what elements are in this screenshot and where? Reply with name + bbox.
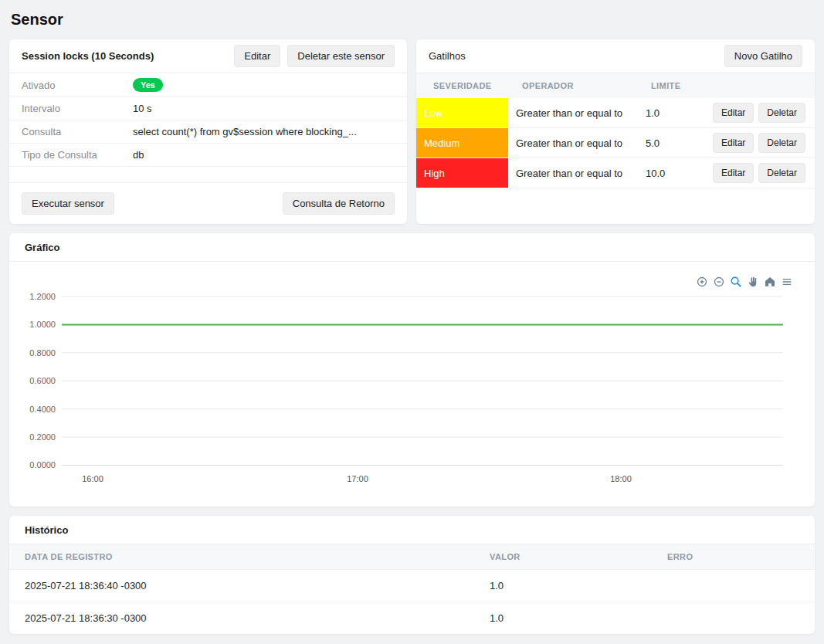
chart-card-title: Gráfico <box>25 242 60 253</box>
chart-x-axis-labels: 16:00 17:00 18:00 <box>82 474 632 483</box>
chart-gridlines <box>62 297 783 437</box>
column-header-severidade: SEVERIDADE <box>416 73 508 98</box>
sensor-field-consulta: Consulta select count(*) from gv$session… <box>9 120 407 144</box>
svg-text:17:00: 17:00 <box>347 474 368 483</box>
column-header-limite: LIMITE <box>646 73 805 98</box>
operator-cell: Greater than or equal to <box>508 137 646 149</box>
sensor-field-tipo-de-consulta: Tipo de Consulta db <box>9 144 407 167</box>
history-row: 2025-07-21 18:36:30 -0300 1.0 <box>9 602 815 634</box>
top-row: Session locks (10 Seconds) Editar Deleta… <box>9 39 815 224</box>
sensor-field-ativado: Ativado Yes <box>9 73 407 97</box>
severity-cell: High <box>416 158 508 188</box>
trigger-row-medium: Medium Greater than or equal to 5.0 Edit… <box>416 128 815 158</box>
edit-sensor-button[interactable]: Editar <box>234 45 280 67</box>
triggers-card-title: Gatilhos <box>429 50 466 62</box>
limit-cell: 1.0 <box>646 107 713 119</box>
sensor-header-buttons: Editar Deletar este sensor <box>234 45 395 67</box>
chart-body: 1.2000 1.0000 0.8000 0.6000 0.4000 0.200… <box>9 262 815 507</box>
history-card-title: Histórico <box>25 524 68 536</box>
svg-text:1.0000: 1.0000 <box>29 320 56 329</box>
triggers-card-header: Gatilhos Novo Gatilho <box>416 39 815 73</box>
column-header-erro: ERRO <box>667 544 799 569</box>
chart-toolbar <box>696 276 793 288</box>
line-chart[interactable]: 1.2000 1.0000 0.8000 0.6000 0.4000 0.200… <box>9 268 812 493</box>
field-value: db <box>133 149 144 161</box>
chart-zoom-out-icon[interactable] <box>713 276 725 288</box>
sensor-card: Session locks (10 Seconds) Editar Deleta… <box>9 39 407 224</box>
field-label: Ativado <box>22 80 133 91</box>
svg-text:0.2000: 0.2000 <box>29 432 56 442</box>
history-card: Histórico DATA DE REGISTRO VALOR ERRO 20… <box>9 516 815 634</box>
chart-menu-icon[interactable] <box>781 276 793 288</box>
chart-y-axis-labels: 1.2000 1.0000 0.8000 0.6000 0.4000 0.200… <box>29 292 56 469</box>
trigger-edit-button[interactable]: Editar <box>713 103 754 123</box>
new-trigger-button[interactable]: Novo Gatilho <box>724 45 802 67</box>
field-value: select count(*) from gv$session where bl… <box>133 126 357 137</box>
svg-text:16:00: 16:00 <box>82 474 103 483</box>
page-title: Sensor <box>11 11 815 29</box>
sensor-card-header: Session locks (10 Seconds) Editar Deleta… <box>9 39 407 73</box>
svg-text:1.2000: 1.2000 <box>29 292 56 301</box>
history-table-header: DATA DE REGISTRO VALOR ERRO <box>9 544 815 569</box>
severity-cell: Medium <box>416 128 508 158</box>
trigger-delete-button[interactable]: Deletar <box>758 133 805 153</box>
field-label: Intervalo <box>22 103 133 114</box>
history-value-cell: 1.0 <box>490 612 667 624</box>
history-row: 2025-07-21 18:36:40 -0300 1.0 <box>9 569 815 602</box>
trigger-delete-button[interactable]: Deletar <box>758 103 805 123</box>
field-label: Consulta <box>22 126 133 137</box>
trigger-edit-button[interactable]: Editar <box>713 133 754 153</box>
trigger-actions: Editar Deletar <box>713 133 815 153</box>
field-label: Tipo de Consulta <box>22 149 133 161</box>
column-header-valor: VALOR <box>490 544 667 569</box>
history-card-header: Histórico <box>9 516 815 544</box>
history-date-cell: 2025-07-21 18:36:40 -0300 <box>25 580 490 591</box>
triggers-card: Gatilhos Novo Gatilho SEVERIDADE OPERADO… <box>416 39 815 224</box>
limit-cell: 5.0 <box>646 137 713 149</box>
trigger-row-low: Low Greater than or equal to 1.0 Editar … <box>416 98 815 128</box>
chart-card: Gráfico <box>9 233 815 507</box>
svg-text:0.0000: 0.0000 <box>29 460 56 469</box>
svg-text:0.6000: 0.6000 <box>29 376 56 385</box>
sensor-card-title: Session locks (10 Seconds) <box>22 50 154 62</box>
trigger-actions: Editar Deletar <box>713 163 815 183</box>
trigger-row-high: High Greater than or equal to 10.0 Edita… <box>416 158 815 188</box>
trigger-delete-button[interactable]: Deletar <box>758 163 805 183</box>
chart-home-icon[interactable] <box>764 276 776 288</box>
chart-selection-zoom-icon[interactable] <box>730 276 742 288</box>
history-date-cell: 2025-07-21 18:36:30 -0300 <box>25 612 490 624</box>
column-header-actions <box>805 78 815 93</box>
empty-field-row <box>9 167 407 183</box>
column-header-data-de-registro: DATA DE REGISTRO <box>25 544 490 569</box>
sensor-card-footer: Executar sensor Consulta de Retorno <box>9 183 407 224</box>
chart-zoom-in-icon[interactable] <box>696 276 708 288</box>
triggers-table-header: SEVERIDADE OPERADOR LIMITE <box>416 73 815 98</box>
chart-pan-icon[interactable] <box>747 276 759 288</box>
limit-cell: 10.0 <box>646 168 713 179</box>
chart-card-header: Gráfico <box>9 233 815 262</box>
delete-sensor-button[interactable]: Deletar este sensor <box>287 45 395 67</box>
trigger-edit-button[interactable]: Editar <box>713 163 754 183</box>
severity-cell: Low <box>416 98 508 127</box>
svg-text:18:00: 18:00 <box>610 474 632 483</box>
return-query-button[interactable]: Consulta de Retorno <box>283 192 395 215</box>
page: Sensor Session locks (10 Seconds) Editar… <box>0 0 824 643</box>
svg-text:0.8000: 0.8000 <box>29 348 56 358</box>
trigger-actions: Editar Deletar <box>713 103 815 123</box>
field-value: 10 s <box>133 103 152 114</box>
sensor-field-intervalo: Intervalo 10 s <box>9 97 407 120</box>
svg-text:0.4000: 0.4000 <box>29 405 56 414</box>
enabled-badge: Yes <box>133 78 163 92</box>
operator-cell: Greater than or equal to <box>508 107 646 119</box>
history-value-cell: 1.0 <box>490 580 667 591</box>
run-sensor-button[interactable]: Executar sensor <box>22 192 114 215</box>
operator-cell: Greater than or equal to <box>508 168 646 179</box>
column-header-operador: OPERADOR <box>508 73 646 98</box>
